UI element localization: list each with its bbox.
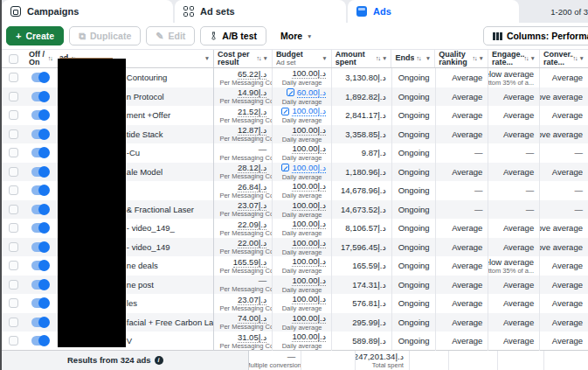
cost-per-result-cell[interactable]: 14.90د.إPer Messaging Conv...	[213, 87, 272, 107]
row-checkbox[interactable]	[2, 163, 25, 182]
cost-per-result-cell[interactable]: 23.07د.إPer Messaging Conv...	[213, 200, 272, 220]
sort-icon[interactable]: ↑↓	[473, 55, 477, 61]
ad-on-off-toggle[interactable]	[25, 87, 56, 107]
row-checkbox[interactable]	[2, 200, 25, 220]
ad-on-off-toggle[interactable]	[25, 163, 56, 182]
ad-on-off-toggle[interactable]	[25, 181, 56, 200]
tab-ad-sets[interactable]: Ad sets	[175, 0, 346, 23]
budget-cell[interactable]: 100.00د.إDaily average	[272, 163, 331, 182]
budget-cell[interactable]: 100.00د.إDaily average	[272, 276, 331, 295]
caret-icon[interactable]: ▼	[382, 56, 387, 62]
row-checkbox[interactable]	[2, 106, 25, 125]
budget-cell[interactable]: 100.00د.إDaily average	[272, 313, 331, 332]
engagement-rate-cell: Below averageBottom 35% of a...	[488, 256, 539, 276]
sort-icon[interactable]: ↑↓	[524, 55, 529, 61]
sort-icon[interactable]: ↑↓	[256, 55, 260, 61]
row-checkbox[interactable]	[2, 276, 25, 295]
ad-on-off-toggle[interactable]	[25, 276, 56, 295]
more-button[interactable]: More ▼	[272, 26, 322, 45]
budget-cell[interactable]: 100.00د.إDaily average	[272, 332, 331, 351]
cost-per-result-cell[interactable]: —Per Messaging Conve...	[213, 143, 272, 163]
budget-cell[interactable]: 100.00د.إDaily average	[272, 106, 331, 125]
engagement-rate-cell: Average	[488, 106, 539, 125]
cost-per-result-cell[interactable]: 31.05د.إPer Messaging Conv...	[213, 332, 272, 351]
ad-on-off-toggle[interactable]	[25, 238, 56, 257]
row-checkbox[interactable]	[2, 125, 25, 144]
caret-icon[interactable]: ▼	[425, 56, 431, 62]
duplicate-button[interactable]: ⧉ Duplicate	[69, 26, 141, 45]
ab-test-button[interactable]: A/B test	[200, 26, 266, 45]
ad-on-off-toggle[interactable]	[25, 219, 56, 238]
caret-icon[interactable]: ▼	[204, 56, 210, 62]
caret-icon[interactable]: ▼	[579, 56, 585, 62]
budget-cell[interactable]: 60.00د.إDaily average	[272, 87, 331, 107]
ends-cell: Ongoing	[391, 68, 435, 87]
budget-cell[interactable]: 100.00د.إDaily average	[272, 256, 331, 276]
row-checkbox[interactable]	[2, 238, 25, 257]
row-checkbox[interactable]	[2, 332, 25, 351]
edit-button[interactable]: ✎ Edit	[146, 26, 195, 45]
row-checkbox[interactable]	[2, 87, 25, 107]
budget-cell[interactable]: 100.00د.إDaily average	[272, 125, 331, 144]
cost-per-result-cell[interactable]: 26.84د.إPer Messaging Conv...	[213, 181, 272, 200]
budget-cell[interactable]: 100.00د.إDaily average	[272, 143, 331, 163]
column-header-budget[interactable]: Budget Ad set ▼	[272, 50, 331, 67]
cost-per-result-cell[interactable]: —Per Messaging Conve...	[213, 276, 272, 295]
budget-cell[interactable]: 100.00د.إDaily average	[272, 219, 331, 238]
ad-on-off-toggle[interactable]	[25, 106, 56, 125]
row-checkbox[interactable]	[2, 181, 25, 200]
cost-per-result-cell[interactable]: 21.52د.إPer Messaging Conv...	[213, 106, 272, 125]
sort-icon[interactable]: ↑↓	[416, 55, 420, 61]
budget-cell[interactable]: 100.00د.إDaily average	[272, 68, 331, 87]
column-header-cost-per-result[interactable]: Cost per result ↑↓▼	[213, 50, 272, 67]
ad-on-off-toggle[interactable]	[25, 143, 56, 163]
column-header-amount-spent[interactable]: Amount spent ↑↓▼	[331, 50, 391, 67]
caret-icon[interactable]: ▼	[479, 56, 484, 62]
tab-campaigns[interactable]: Campaigns	[2, 0, 173, 23]
row-checkbox[interactable]	[2, 143, 25, 163]
sort-icon[interactable]: ↑↓	[48, 55, 52, 61]
row-checkbox[interactable]	[2, 256, 25, 276]
column-header-conversion-rate[interactable]: Conver... rate... ↑↓▼	[539, 50, 588, 67]
caret-icon[interactable]: ▼	[530, 56, 536, 62]
ad-on-off-toggle[interactable]	[25, 294, 56, 313]
row-checkbox[interactable]	[2, 219, 25, 238]
info-icon[interactable]: i	[155, 356, 163, 365]
select-all-checkbox[interactable]	[2, 50, 25, 67]
ad-on-off-toggle[interactable]	[25, 125, 56, 144]
budget-cell[interactable]: 100.00د.إDaily average	[272, 181, 331, 200]
column-header-off-on[interactable]: Off / On ↑↓	[25, 50, 56, 67]
column-header-engagement-rate[interactable]: Engage... rate... ↑↓▼	[488, 50, 539, 67]
cost-per-result-cell[interactable]: 74.00د.إPer Messaging Conv...	[213, 313, 272, 332]
conversion-rate-cell: Above average	[539, 219, 588, 238]
cost-per-result-cell[interactable]: 22.09د.إPer Messaging Conv...	[213, 219, 272, 238]
cost-per-result-cell[interactable]: 165.59د.إPer Messaging Conv...	[213, 256, 272, 276]
sort-icon[interactable]: ↑↓	[376, 55, 380, 61]
quality-ranking-cell: Average	[435, 87, 488, 107]
row-checkbox[interactable]	[2, 294, 25, 313]
edited-budget-icon	[281, 108, 289, 115]
cost-per-result-cell[interactable]: 22.00د.إPer Messaging Conv...	[213, 238, 272, 257]
column-header-ends[interactable]: Ends ↑↓ ▼	[391, 50, 434, 67]
cost-per-result-cell[interactable]: 65.22د.إPer Messaging Conv...	[213, 68, 272, 87]
cost-per-result-cell[interactable]: 28.12د.إPer Messaging Conv...	[213, 163, 272, 182]
create-button[interactable]: + Create	[6, 26, 64, 45]
column-header-quality-ranking[interactable]: Quality ranking ↑↓▼	[434, 50, 488, 67]
tab-ads[interactable]: Ads	[348, 0, 519, 23]
budget-cell[interactable]: 100.00د.إDaily average	[272, 200, 331, 220]
budget-cell[interactable]: 100.00د.إDaily average	[272, 294, 331, 313]
columns-button[interactable]: Columns: Performance and	[483, 26, 588, 45]
budget-cell[interactable]: 100.00د.إDaily average	[272, 238, 331, 257]
row-checkbox[interactable]	[2, 313, 25, 332]
cost-per-result-cell[interactable]: 12.87د.إPer Messaging Conv...	[213, 125, 272, 144]
ad-on-off-toggle[interactable]	[25, 200, 56, 220]
ad-on-off-toggle[interactable]	[25, 68, 56, 87]
ad-on-off-toggle[interactable]	[25, 332, 56, 351]
ad-on-off-toggle[interactable]	[25, 313, 56, 332]
sort-icon[interactable]: ↑↓	[573, 55, 578, 61]
caret-icon[interactable]: ▼	[262, 56, 267, 62]
cost-per-result-cell[interactable]: 23.07د.إPer Messaging Conv...	[213, 294, 272, 313]
caret-icon[interactable]: ▼	[322, 56, 327, 62]
row-checkbox[interactable]	[2, 68, 25, 87]
ad-on-off-toggle[interactable]	[25, 256, 56, 276]
